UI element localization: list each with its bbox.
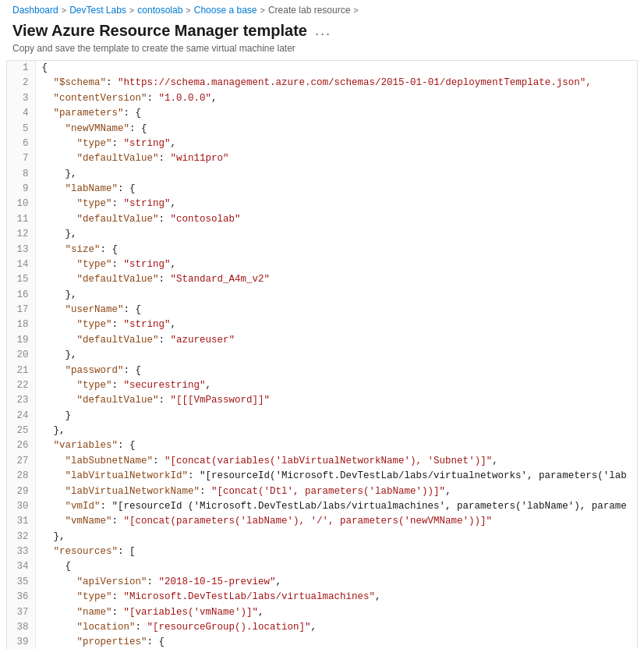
line-code: "type": "string", [35, 137, 637, 151]
table-row: 19 "defaultValue": "azureuser" [7, 333, 637, 348]
table-row: 17 "userName": { [7, 303, 637, 317]
line-number: 19 [7, 333, 35, 348]
line-number: 8 [7, 167, 35, 182]
table-row: 14 "type": "string", [7, 257, 637, 272]
table-row: 18 "type": "string", [7, 317, 637, 332]
line-code: "labSubnetName": "[concat(variables('lab… [35, 454, 637, 469]
breadcrumb-sep-5: > [353, 5, 358, 15]
page-title: View Azure Resource Manager template [12, 22, 307, 40]
line-code: "defaultValue": "[[[VmPassword]]" [35, 393, 637, 408]
table-row: 37 "name": "[variables('vmName')]", [7, 605, 637, 620]
line-code: "name": "[variables('vmName')]", [35, 605, 637, 620]
table-row: 38 "location": "[resourceGroup().locatio… [7, 620, 637, 635]
line-number: 30 [7, 499, 35, 514]
breadcrumb-contosolab[interactable]: contosolab [137, 5, 182, 16]
line-code: { [35, 559, 637, 574]
table-row: 23 "defaultValue": "[[[VmPassword]]" [7, 393, 637, 408]
line-number: 24 [7, 409, 35, 424]
table-row: 3 "contentVersion": "1.0.0.0", [7, 91, 637, 106]
line-number: 15 [7, 272, 35, 287]
line-code: "userName": { [35, 303, 637, 317]
table-row: 27 "labSubnetName": "[concat(variables('… [7, 454, 637, 469]
line-number: 20 [7, 348, 35, 363]
table-row: 11 "defaultValue": "contosolab" [7, 212, 637, 227]
line-code: "vmId": "[resourceId ('Microsoft.DevTest… [35, 499, 637, 514]
table-row: 8 }, [7, 167, 637, 182]
line-code: "type": "Microsoft.DevTestLab/labs/virtu… [35, 590, 637, 605]
table-row: 12 }, [7, 227, 637, 242]
table-row: 36 "type": "Microsoft.DevTestLab/labs/vi… [7, 590, 637, 605]
table-row: 16 }, [7, 288, 637, 303]
breadcrumb-choose-base[interactable]: Choose a base [194, 5, 257, 16]
table-row: 26 "variables": { [7, 438, 637, 453]
table-row: 25 }, [7, 424, 637, 438]
table-row: 33 "resources": [ [7, 544, 637, 559]
breadcrumb-sep-2: > [129, 5, 134, 15]
line-number: 23 [7, 393, 35, 408]
line-number: 26 [7, 438, 35, 453]
line-code: "labVirtualNetworkName": "[concat('Dtl',… [35, 484, 637, 499]
line-number: 13 [7, 243, 35, 257]
table-row: 39 "properties": { [7, 635, 637, 649]
breadcrumb-create-lab: Create lab resource [268, 5, 350, 16]
line-code: "apiVersion": "2018-10-15-preview", [35, 575, 637, 590]
line-code: "defaultValue": "win11pro" [35, 151, 637, 166]
line-number: 37 [7, 605, 35, 620]
line-number: 6 [7, 137, 35, 151]
line-code: "defaultValue": "azureuser" [35, 333, 637, 348]
line-number: 3 [7, 91, 35, 106]
line-code: }, [35, 288, 637, 303]
line-number: 4 [7, 106, 35, 121]
breadcrumb-sep-4: > [260, 5, 265, 15]
line-number: 2 [7, 76, 35, 90]
table-row: 24 } [7, 409, 637, 424]
line-code: "newVMName": { [35, 122, 637, 137]
table-row: 28 "labVirtualNetworkId": "[resourceId('… [7, 469, 637, 484]
table-row: 21 "password": { [7, 364, 637, 378]
line-number: 17 [7, 303, 35, 317]
line-number: 39 [7, 635, 35, 649]
line-code: "variables": { [35, 438, 637, 453]
line-number: 18 [7, 317, 35, 332]
table-row: 35 "apiVersion": "2018-10-15-preview", [7, 575, 637, 590]
table-row: 22 "type": "securestring", [7, 378, 637, 393]
breadcrumb-sep-1: > [62, 5, 66, 15]
line-code: "defaultValue": "contosolab" [35, 212, 637, 227]
line-number: 7 [7, 151, 35, 166]
table-row: 32 }, [7, 530, 637, 544]
line-code: }, [35, 167, 637, 182]
line-code: { [35, 61, 637, 76]
line-code: } [35, 409, 637, 424]
breadcrumb-sep-3: > [186, 5, 190, 15]
line-number: 25 [7, 424, 35, 438]
line-code: }, [35, 227, 637, 242]
line-number: 5 [7, 122, 35, 137]
line-code: "location": "[resourceGroup().location]"… [35, 620, 637, 635]
line-code: "labName": { [35, 182, 637, 197]
code-table: 1{2 "$schema": "https://schema.managemen… [7, 61, 637, 649]
line-code: "type": "string", [35, 317, 637, 332]
breadcrumb-dashboard[interactable]: Dashboard [12, 5, 58, 16]
line-number: 34 [7, 559, 35, 574]
line-number: 31 [7, 514, 35, 529]
line-number: 22 [7, 378, 35, 393]
line-code: "parameters": { [35, 106, 637, 121]
more-options-button[interactable]: ... [315, 23, 331, 39]
table-row: 31 "vmName": "[concat(parameters('labNam… [7, 514, 637, 529]
table-row: 29 "labVirtualNetworkName": "[concat('Dt… [7, 484, 637, 499]
line-code: "type": "string", [35, 257, 637, 272]
line-number: 27 [7, 454, 35, 469]
line-code: "password": { [35, 364, 637, 378]
line-code: }, [35, 348, 637, 363]
table-row: 30 "vmId": "[resourceId ('Microsoft.DevT… [7, 499, 637, 514]
table-row: 34 { [7, 559, 637, 574]
line-number: 29 [7, 484, 35, 499]
table-row: 20 }, [7, 348, 637, 363]
line-code: "size": { [35, 243, 637, 257]
table-row: 4 "parameters": { [7, 106, 637, 121]
line-number: 38 [7, 620, 35, 635]
line-number: 1 [7, 61, 35, 76]
line-number: 11 [7, 212, 35, 227]
line-number: 9 [7, 182, 35, 197]
breadcrumb-devtest[interactable]: DevTest Labs [69, 5, 126, 16]
